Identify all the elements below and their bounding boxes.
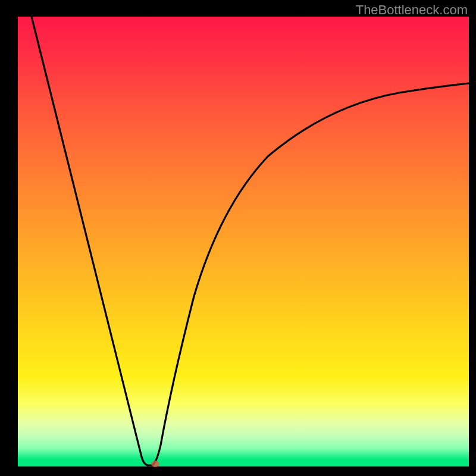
chart-frame: TheBottleneck.com	[0, 0, 476, 476]
plot-area	[18, 17, 469, 466]
curve-left-branch	[32, 17, 148, 465]
curve-right-branch	[152, 83, 469, 465]
minimum-marker	[151, 461, 159, 467]
bottleneck-curve	[18, 17, 469, 466]
watermark-text: TheBottleneck.com	[356, 2, 468, 18]
